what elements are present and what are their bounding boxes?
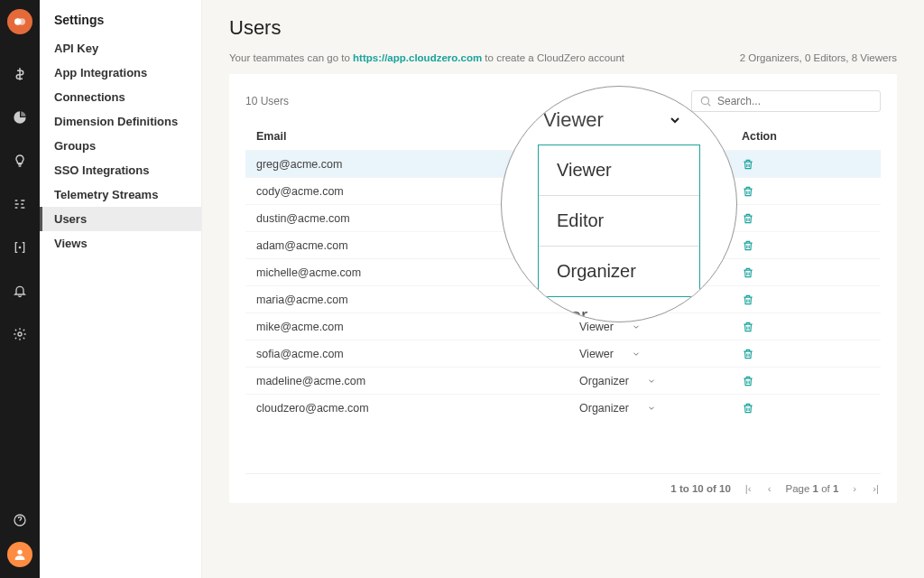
svg-point-6 xyxy=(701,97,708,104)
zoom-lens: Viewer Viewer Editor Organizer wer xyxy=(501,86,737,322)
sidebar-item-api-key[interactable]: API Key xyxy=(40,36,201,61)
sidebar-item-sso-integrations[interactable]: SSO Integrations xyxy=(40,158,201,182)
user-email: sofia@acme.com xyxy=(245,348,579,360)
gear-icon[interactable] xyxy=(12,326,28,342)
role-summary: 2 Organizers, 0 Editors, 8 Viewers xyxy=(740,52,897,63)
bell-icon[interactable] xyxy=(12,283,28,299)
dollar-icon[interactable] xyxy=(12,66,28,82)
trash-icon xyxy=(742,402,754,415)
table-row: mike@acme.comViewer xyxy=(245,312,881,340)
sidebar-item-views[interactable]: Views xyxy=(40,231,201,256)
subheader-text: Your teammates can go to https://app.clo… xyxy=(229,52,624,63)
delete-user-button[interactable] xyxy=(742,402,881,415)
chevron-down-icon xyxy=(647,404,656,413)
role-label: Viewer xyxy=(579,348,614,360)
delete-user-button[interactable] xyxy=(742,158,881,171)
sidebar-item-app-integrations[interactable]: App Integrations xyxy=(40,61,201,85)
delete-user-button[interactable] xyxy=(742,185,881,198)
svg-point-3 xyxy=(18,332,22,336)
trash-icon xyxy=(742,348,754,360)
sidebar-item-dimension-definitions[interactable]: Dimension Definitions xyxy=(40,109,201,134)
trash-icon xyxy=(742,158,754,171)
first-page-button[interactable]: |‹ xyxy=(744,483,753,494)
search-icon xyxy=(699,95,712,107)
role-dropdown-menu: Viewer Editor Organizer xyxy=(538,144,700,297)
trash-icon xyxy=(742,294,754,306)
role-option-editor[interactable]: Editor xyxy=(539,196,699,247)
pagination: 1 to 10 of 10 |‹ ‹ Page 1 of 1 › ›| xyxy=(245,473,881,494)
role-select[interactable]: Viewer xyxy=(579,321,742,333)
chevron-down-icon xyxy=(632,350,641,359)
table-row: sofia@acme.comViewer xyxy=(245,340,881,367)
svg-point-2 xyxy=(19,247,20,247)
brand-logo[interactable] xyxy=(7,9,32,34)
chevron-down-icon xyxy=(632,322,641,331)
brackets-icon[interactable] xyxy=(12,239,28,256)
pie-chart-icon[interactable] xyxy=(12,109,28,126)
zoom-selected-label: Viewer xyxy=(543,108,604,132)
user-email: cloudzero@acme.com xyxy=(245,402,579,415)
help-icon[interactable] xyxy=(12,512,28,528)
trash-icon xyxy=(742,212,754,225)
prev-page-button[interactable]: ‹ xyxy=(766,483,773,494)
delete-user-button[interactable] xyxy=(742,212,881,225)
next-page-button[interactable]: › xyxy=(851,483,858,494)
list-icon[interactable] xyxy=(12,196,28,212)
role-option-viewer[interactable]: Viewer xyxy=(539,145,699,196)
trash-icon xyxy=(742,239,754,252)
role-select[interactable]: Organizer xyxy=(579,375,742,387)
role-select[interactable]: Viewer xyxy=(579,348,742,360)
role-label: Viewer xyxy=(579,321,614,333)
left-rail xyxy=(0,0,40,578)
trash-icon xyxy=(742,375,754,387)
role-label: Organizer xyxy=(579,402,629,415)
chevron-down-icon xyxy=(668,113,682,127)
delete-user-button[interactable] xyxy=(742,239,881,252)
signup-link[interactable]: https://app.cloudzero.com xyxy=(353,52,482,63)
user-email: maria@acme.com xyxy=(245,294,579,306)
sidebar-item-users[interactable]: Users xyxy=(40,207,201,231)
role-option-organizer[interactable]: Organizer xyxy=(539,247,699,296)
table-row: madeline@acme.comOrganizer xyxy=(245,367,881,394)
delete-user-button[interactable] xyxy=(742,294,881,306)
delete-user-button[interactable] xyxy=(742,266,881,279)
lightbulb-icon[interactable] xyxy=(12,153,28,169)
search-input[interactable] xyxy=(717,95,873,107)
delete-user-button[interactable] xyxy=(742,375,881,387)
table-row: cloudzero@acme.comOrganizer xyxy=(245,394,881,421)
role-label: Organizer xyxy=(579,375,629,387)
trash-icon xyxy=(742,266,754,279)
role-select[interactable]: Organizer xyxy=(579,402,742,415)
page-title: Users xyxy=(229,16,897,40)
user-email: mike@acme.com xyxy=(245,321,579,333)
last-page-button[interactable]: ›| xyxy=(871,483,881,494)
subheader: Your teammates can go to https://app.clo… xyxy=(229,52,897,63)
sidebar-item-telemetry-streams[interactable]: Telemetry Streams xyxy=(40,182,201,207)
user-count: 10 Users xyxy=(245,95,289,107)
search-input-wrap[interactable] xyxy=(691,90,881,112)
settings-sidebar: Settings API KeyApp IntegrationsConnecti… xyxy=(40,0,202,578)
chevron-down-icon xyxy=(647,377,656,386)
svg-point-5 xyxy=(17,550,22,555)
trash-icon xyxy=(742,321,754,333)
col-action-header: Action xyxy=(742,130,881,143)
trash-icon xyxy=(742,185,754,198)
pagination-range: 1 to 10 of 10 xyxy=(670,483,730,494)
sidebar-item-groups[interactable]: Groups xyxy=(40,134,201,158)
avatar[interactable] xyxy=(7,542,32,567)
user-email: madeline@acme.com xyxy=(245,375,579,387)
sidebar-title: Settings xyxy=(40,0,201,36)
page-indicator: Page 1 of 1 xyxy=(785,483,838,494)
delete-user-button[interactable] xyxy=(742,348,881,360)
sidebar-item-connections[interactable]: Connections xyxy=(40,85,201,109)
svg-point-1 xyxy=(19,18,26,25)
delete-user-button[interactable] xyxy=(742,321,881,333)
